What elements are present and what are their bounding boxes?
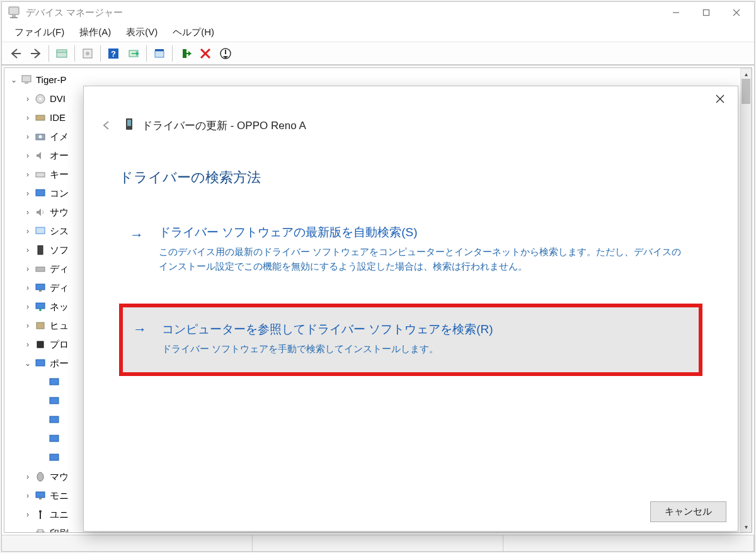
processor-icon xyxy=(33,338,47,351)
scroll-down-icon[interactable]: ▾ xyxy=(741,522,751,532)
option-browse-computer[interactable]: → コンピューターを参照してドライバー ソフトウェアを検索(R) ドライバー ソ… xyxy=(119,304,702,376)
imaging-icon xyxy=(33,130,47,144)
arrow-right-icon: → xyxy=(133,321,147,338)
port-icon xyxy=(47,432,61,446)
software-device-icon xyxy=(33,243,47,257)
svg-rect-35 xyxy=(39,290,42,292)
port-icon xyxy=(47,413,61,427)
svg-rect-22 xyxy=(22,76,31,82)
forward-icon[interactable] xyxy=(27,45,45,62)
maximize-button[interactable] xyxy=(691,3,721,22)
window-title: デバイス マネージャー xyxy=(26,7,123,19)
svg-text:?: ? xyxy=(111,49,116,59)
enable-device-icon[interactable] xyxy=(176,45,194,62)
toolbar: ? xyxy=(2,42,754,65)
device-icon xyxy=(124,118,134,134)
scan-hardware-icon[interactable] xyxy=(125,45,142,62)
svg-rect-39 xyxy=(37,341,43,348)
option-title: ドライバー ソフトウェアの最新版を自動検索(S) xyxy=(159,224,688,241)
svg-rect-34 xyxy=(36,284,45,290)
tree-item-label: キー xyxy=(50,166,69,183)
scroll-up-icon[interactable]: ▴ xyxy=(741,69,751,79)
tree-item-label: マウ xyxy=(50,468,69,486)
disable-device-icon[interactable] xyxy=(217,45,234,62)
help-icon[interactable]: ? xyxy=(105,45,122,62)
svg-rect-17 xyxy=(155,49,164,51)
scrollbar-thumb[interactable] xyxy=(742,79,750,104)
svg-rect-45 xyxy=(50,454,59,460)
tree-item-label: ユニ xyxy=(50,506,69,523)
svg-rect-0 xyxy=(9,7,19,14)
tree-item-label: IDE xyxy=(50,109,66,127)
minimize-button[interactable] xyxy=(661,3,691,22)
svg-rect-57 xyxy=(127,120,131,126)
menu-view[interactable]: 表示(V) xyxy=(118,24,165,41)
dialog-heading: ドライバーの検索方法 xyxy=(119,168,702,187)
svg-point-37 xyxy=(39,309,42,311)
svg-rect-26 xyxy=(36,115,45,120)
tree-item-label: プロ xyxy=(50,336,69,353)
uninstall-device-icon[interactable] xyxy=(197,45,214,62)
update-driver-icon[interactable] xyxy=(151,45,168,62)
tree-item-label: イメ xyxy=(50,128,69,145)
tree-item-label: ヒュ xyxy=(50,317,69,334)
svg-point-46 xyxy=(37,472,43,481)
dialog-title: ドライバーの更新 - OPPO Reno A xyxy=(142,118,306,133)
svg-rect-30 xyxy=(36,190,45,196)
dialog-back-icon[interactable] xyxy=(98,120,115,131)
svg-point-28 xyxy=(39,135,42,139)
close-button[interactable] xyxy=(721,3,752,22)
menu-file[interactable]: ファイル(F) xyxy=(7,24,72,41)
svg-rect-44 xyxy=(50,435,59,442)
svg-rect-16 xyxy=(155,51,164,57)
svg-rect-42 xyxy=(50,397,59,404)
port-icon xyxy=(47,394,61,408)
svg-rect-32 xyxy=(38,246,43,254)
properties-icon[interactable] xyxy=(79,45,96,62)
svg-rect-4 xyxy=(704,10,709,16)
svg-rect-43 xyxy=(50,416,59,423)
tree-item-label: 印刷 xyxy=(50,525,69,533)
arrow-right-icon: → xyxy=(130,227,144,243)
dialog-close-button[interactable] xyxy=(705,88,735,110)
tree-item-label: サウ xyxy=(50,203,69,221)
port-icon xyxy=(47,375,61,389)
svg-rect-2 xyxy=(10,17,18,18)
computer-icon xyxy=(20,73,33,87)
titlebar: デバイス マネージャー xyxy=(2,2,754,23)
svg-rect-1 xyxy=(12,14,16,17)
svg-rect-38 xyxy=(37,322,44,329)
show-hidden-icon[interactable] xyxy=(53,45,71,62)
svg-rect-9 xyxy=(57,50,67,57)
tree-item-label: DVI xyxy=(50,90,66,108)
svg-point-25 xyxy=(39,98,42,100)
tree-item-label: モニ xyxy=(50,487,69,505)
tree-item-label: ポー xyxy=(50,355,69,372)
svg-rect-33 xyxy=(36,267,45,271)
option-auto-search[interactable]: → ドライバー ソフトウェアの最新版を自動検索(S) このデバイス用の最新のドラ… xyxy=(119,212,702,287)
menu-action[interactable]: 操作(A) xyxy=(72,24,118,41)
cancel-button[interactable]: キャンセル xyxy=(650,501,726,522)
svg-point-12 xyxy=(86,52,89,55)
tree-item-label: ソフ xyxy=(50,241,69,259)
menu-help[interactable]: ヘルプ(H) xyxy=(165,24,222,41)
option-title: コンピューターを参照してドライバー ソフトウェアを検索(R) xyxy=(162,321,685,338)
network-icon xyxy=(33,300,47,314)
svg-rect-31 xyxy=(36,227,45,234)
svg-rect-52 xyxy=(38,530,43,532)
app-icon xyxy=(7,6,21,20)
scrollbar-vertical[interactable]: ▴ ▾ xyxy=(740,68,752,532)
display-icon xyxy=(33,281,47,295)
back-icon[interactable] xyxy=(7,45,25,62)
printer-icon xyxy=(33,527,47,533)
audio-icon xyxy=(33,149,47,162)
svg-rect-23 xyxy=(25,82,28,84)
tree-item-label: ネッ xyxy=(50,298,69,316)
tree-root-label: Tiger-P xyxy=(36,71,67,89)
ide-icon xyxy=(33,111,47,125)
computer-icon xyxy=(33,186,47,200)
svg-rect-47 xyxy=(36,492,45,498)
hid-icon xyxy=(33,319,47,333)
monitor-icon xyxy=(33,489,47,503)
tree-item-label: オー xyxy=(50,147,69,164)
